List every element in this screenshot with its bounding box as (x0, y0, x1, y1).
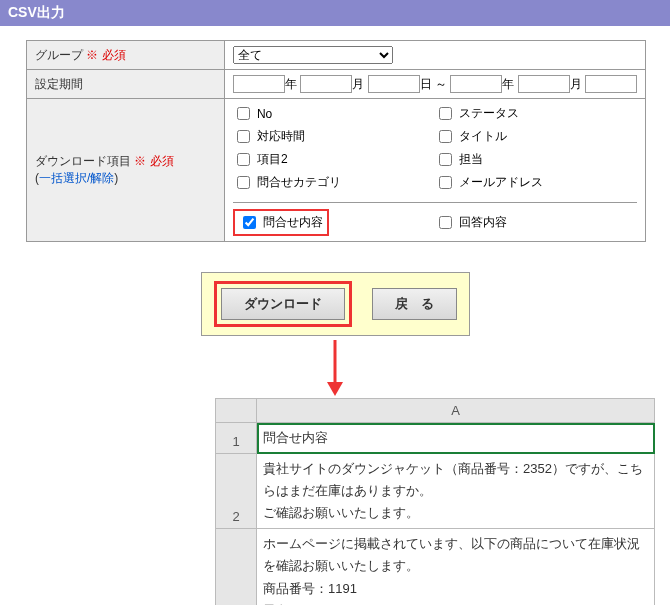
check-mail: メールアドレス (435, 173, 637, 192)
download-items: No ステータス 対応時間 タイトル 項目2 担当 問合せカテゴリ メールアドレ… (224, 99, 645, 242)
excel-rowhead-1[interactable]: 1 (216, 423, 257, 454)
inquiry-label: 問合せ内容 (263, 214, 323, 231)
bulk-select-link[interactable]: 一括選択/解除 (39, 171, 114, 185)
inquiry-highlight: 問合せ内容 (233, 209, 329, 236)
download-button[interactable]: ダウンロード (221, 288, 345, 320)
page-title: CSV出力 (0, 0, 670, 26)
group-label-text: グループ (35, 48, 83, 62)
checkbox-title[interactable] (439, 130, 452, 143)
unit-month: 月 (352, 77, 364, 91)
unit-month2: 月 (570, 77, 582, 91)
checkbox-status[interactable] (439, 107, 452, 120)
excel-col-A[interactable]: A (257, 399, 655, 423)
csv-form: グループ ※ 必須 全て 設定期間 年 月 日 ～ 年 月 (0, 26, 670, 248)
period-label: 設定期間 (27, 70, 225, 99)
from-day-input[interactable] (368, 75, 420, 93)
required-mark: ※ 必須 (86, 48, 125, 62)
to-year-input[interactable] (450, 75, 502, 93)
check-answer: 回答内容 (435, 209, 637, 236)
checkbox-category[interactable] (237, 176, 250, 189)
back-button[interactable]: 戻 る (372, 288, 457, 320)
check-category: 問合せカテゴリ (233, 173, 435, 192)
arrow-down-icon (0, 338, 670, 398)
checkbox-mail[interactable] (439, 176, 452, 189)
period-sep: ～ (435, 77, 447, 91)
group-label: グループ ※ 必須 (27, 41, 225, 70)
checkbox-answer[interactable] (439, 216, 452, 229)
checkbox-time[interactable] (237, 130, 250, 143)
check-time: 対応時間 (233, 127, 435, 146)
unit-day: 日 (420, 77, 432, 91)
excel-cell-A3[interactable]: ホームページに掲載されています、以下の商品について在庫状況を確認お願いいたします… (257, 529, 655, 605)
check-assignee: 担当 (435, 150, 637, 169)
group-value: 全て (224, 41, 645, 70)
checkbox-inquiry[interactable] (243, 216, 256, 229)
check-item2: 項目2 (233, 150, 435, 169)
period-value: 年 月 日 ～ 年 月 (224, 70, 645, 99)
download-highlight: ダウンロード (214, 281, 352, 327)
download-label-text: ダウンロード項目 (35, 154, 131, 168)
unit-year2: 年 (502, 77, 514, 91)
excel-cell-A2[interactable]: 貴社サイトのダウンジャケット（商品番号：2352）ですが、こちらはまだ在庫はあり… (257, 454, 655, 529)
checkbox-assignee[interactable] (439, 153, 452, 166)
required-mark: ※ 必須 (134, 154, 173, 168)
to-day-input[interactable] (585, 75, 637, 93)
excel-corner (216, 399, 257, 423)
excel-cell-A1[interactable]: 問合せ内容 (257, 423, 655, 454)
check-title: タイトル (435, 127, 637, 146)
excel-preview: A 1 問合せ内容 2 貴社サイトのダウンジャケット（商品番号：2352）ですが… (215, 398, 655, 605)
checkbox-item2[interactable] (237, 153, 250, 166)
checkbox-no[interactable] (237, 107, 250, 120)
download-label: ダウンロード項目 ※ 必須 (一括選択/解除) (27, 99, 225, 242)
from-year-input[interactable] (233, 75, 285, 93)
form-table: グループ ※ 必須 全て 設定期間 年 月 日 ～ 年 月 (26, 40, 646, 242)
group-select[interactable]: 全て (233, 46, 393, 64)
from-month-input[interactable] (300, 75, 352, 93)
check-status: ステータス (435, 104, 637, 123)
check-no: No (233, 104, 435, 123)
excel-rowhead-3[interactable]: 3 (216, 529, 257, 605)
excel-rowhead-2[interactable]: 2 (216, 454, 257, 529)
svg-marker-1 (327, 382, 343, 396)
to-month-input[interactable] (518, 75, 570, 93)
button-bar: ダウンロード 戻 る (0, 272, 670, 336)
unit-year: 年 (285, 77, 297, 91)
